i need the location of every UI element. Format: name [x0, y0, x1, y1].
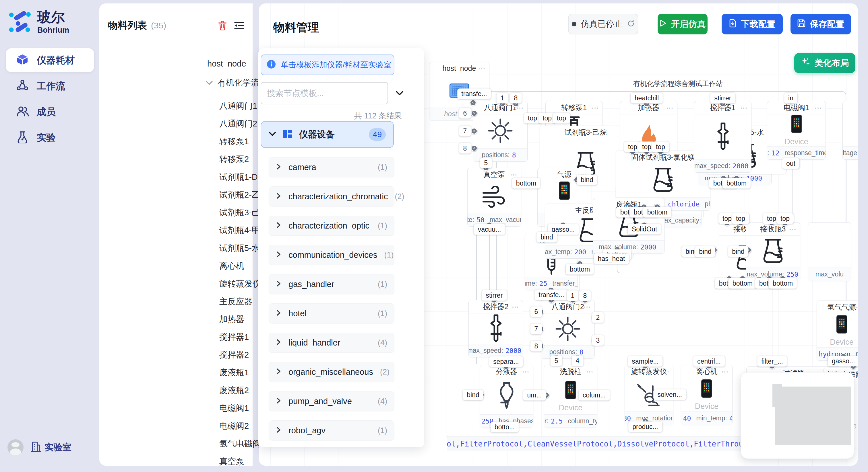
canvas-node-valve8_1[interactable]: 八通阀门1•••positions:8 — [473, 101, 528, 162]
sidebar-item-instruments[interactable]: 仪器耗材 — [6, 48, 94, 72]
port-pill-filter_[interactable]: filter_... — [757, 356, 787, 367]
tree-item[interactable]: 搅拌器1 — [219, 330, 249, 344]
port-pill-transfe[interactable]: transfe... — [534, 290, 568, 300]
port-pill-bottom[interactable]: bottom — [566, 264, 594, 275]
template-item-characterization_chromatic[interactable]: characterization_chromatic(2) — [269, 187, 394, 206]
node-menu-icon[interactable]: ••• — [666, 105, 674, 110]
canvas-node-recv3[interactable]: 接收瓶3•••max_volume:250 — [746, 222, 800, 281]
node-menu-icon[interactable]: ••• — [789, 227, 797, 231]
tree-item[interactable]: 真空泵 — [219, 454, 244, 469]
node-menu-icon[interactable]: ••• — [586, 369, 594, 374]
port-pill-bind[interactable]: bind — [577, 175, 597, 185]
tree-item[interactable]: 转移泵1 — [219, 134, 249, 149]
port-connector-icon[interactable]: < — [471, 145, 477, 151]
port-pill-out[interactable]: out — [782, 158, 799, 169]
template-item-pump_and_valve[interactable]: pump_and_valve(4) — [269, 391, 394, 411]
tree-item[interactable]: 八通阀门1 — [219, 99, 257, 113]
collapse-list-icon[interactable] — [234, 21, 244, 30]
port-pill-gasso[interactable]: gasso... — [828, 356, 858, 367]
port-pill-top[interactable]: top — [732, 213, 749, 224]
node-menu-icon[interactable]: ••• — [512, 304, 519, 309]
avatar[interactable] — [7, 439, 24, 456]
port-pill-bind[interactable]: bind — [728, 246, 748, 257]
port-pill-um[interactable]: um... — [523, 390, 546, 401]
port-pill-1[interactable]: 1 — [497, 93, 508, 103]
port-pill-4[interactable]: 4 — [572, 356, 584, 366]
port-pill-8[interactable]: 8 — [579, 291, 591, 301]
canvas-node-sol2[interactable]: voltage:12 — [842, 101, 858, 160]
port-pill-transfe[interactable]: transfe... — [457, 89, 491, 99]
port-pill-8[interactable]: 8 — [530, 341, 542, 351]
brand-logo[interactable]: 玻尔 Bohrium — [9, 10, 69, 35]
tree-item[interactable]: 主反应器 — [219, 295, 253, 309]
node-menu-icon[interactable]: ••• — [722, 369, 729, 374]
port-pill-bottom[interactable]: bottom — [512, 178, 540, 189]
tree-item-root[interactable]: host_node — [207, 57, 246, 71]
port-pill-bind[interactable]: bind — [695, 246, 715, 257]
port-pill-vacuu[interactable]: vacuu... — [474, 224, 505, 235]
port-pill-bottom[interactable]: bottom — [769, 278, 797, 289]
template-item-camera[interactable]: camera(1) — [269, 157, 394, 177]
canvas-node-stirrer2[interactable]: 搅拌器2•••max_speed:2000 — [468, 300, 523, 357]
port-pill-3[interactable]: 3 — [592, 335, 604, 346]
tree-item[interactable]: 离心机 — [219, 259, 244, 273]
port-pill-bottom[interactable]: bottom — [728, 278, 756, 289]
port-pill-bottom[interactable]: bottom — [722, 178, 751, 189]
port-connector-icon[interactable]: < — [470, 100, 476, 106]
beautify-layout-button[interactable]: 美化布局 — [794, 53, 856, 73]
port-pill-stirrer[interactable]: stirrer — [482, 290, 507, 301]
port-pill-7[interactable]: 7 — [530, 324, 542, 334]
port-pill-1[interactable]: 1 — [567, 291, 579, 301]
port-pill-bind[interactable]: bind — [536, 232, 557, 243]
port-pill-solven[interactable]: solven... — [653, 390, 686, 400]
template-item-characterization_optic[interactable]: characterization_optic(1) — [269, 216, 394, 236]
node-menu-icon[interactable]: ••• — [478, 66, 486, 71]
port-pill-in[interactable]: in — [784, 93, 797, 103]
node-menu-icon[interactable]: ••• — [592, 105, 599, 110]
port-pill-top[interactable]: top — [652, 142, 669, 152]
lab-link[interactable]: 实验室 — [30, 441, 71, 454]
minimap[interactable] — [741, 372, 854, 459]
canvas-node-vac[interactable]: 真空泵•••pump_rate:50max_vacuum:0.1 — [467, 168, 521, 227]
port-pill-2[interactable]: 2 — [592, 312, 604, 323]
port-pill-centrif[interactable]: centrif... — [693, 356, 725, 367]
tree-item[interactable]: 加热器 — [219, 312, 244, 327]
tree-item[interactable]: 旋转蒸发仪 — [219, 277, 261, 291]
tree-item[interactable]: 八通阀门2 — [219, 117, 257, 131]
canvas-node-h2gas[interactable]: 氢气气源•••Devicetype:hydrogenmax_pre — [817, 301, 858, 361]
node-menu-icon[interactable]: ••• — [662, 369, 670, 374]
node-menu-icon[interactable]: ••• — [741, 105, 748, 110]
port-pill-top[interactable]: top — [553, 113, 570, 124]
sidebar-item-members[interactable]: 成员 — [6, 100, 94, 124]
node-menu-icon[interactable]: ••• — [510, 172, 518, 177]
port-pill-botto[interactable]: botto... — [491, 422, 519, 432]
canvas-node-stirrer1[interactable]: 搅拌器1•••max_speed:2000 — [694, 101, 751, 173]
port-pill-6[interactable]: 6 — [459, 108, 471, 119]
port-pill-sample[interactable]: sample... — [628, 356, 662, 367]
tree-item[interactable]: 电磁阀2 — [219, 419, 249, 433]
node-menu-icon[interactable]: ••• — [584, 304, 591, 309]
canvas-node-centrifuge[interactable]: 离心机•••Devicemax_temp:40min_temp:4max_spe — [681, 365, 733, 425]
port-pill-8[interactable]: 8 — [459, 143, 471, 154]
canvas-node-recv4[interactable]: max_volu — [808, 222, 851, 281]
port-pill-stirrer[interactable]: stirrer — [710, 93, 735, 103]
port-pill-has_heat[interactable]: has_heat — [594, 254, 629, 264]
template-item-gas_handler[interactable]: gas_handler(1) — [269, 274, 394, 294]
port-pill-top[interactable]: top — [776, 213, 794, 224]
search-template-input[interactable] — [260, 82, 388, 104]
port-pill-heatchill[interactable]: heatchill — [631, 93, 663, 103]
port-pill-colum[interactable]: colum... — [579, 390, 610, 401]
category-instrument-devices[interactable]: 仪器设备 49 — [260, 121, 394, 148]
tree-item[interactable]: 氢气电磁阀 — [219, 437, 261, 451]
template-item-liquid_handler[interactable]: liquid_handler(4) — [269, 333, 394, 353]
port-pill-bind[interactable]: bind — [463, 390, 483, 400]
chevron-down-icon[interactable] — [396, 91, 404, 97]
canvas-node-sol1[interactable]: 电磁阀1•••Devicevoltage:12response_time:0.1 — [767, 101, 826, 160]
node-menu-icon[interactable]: ••• — [856, 305, 858, 310]
port-pill-8[interactable]: 8 — [510, 93, 522, 103]
port-pill-separa[interactable]: separa... — [489, 357, 523, 367]
node-menu-icon[interactable]: ••• — [856, 372, 858, 377]
port-pill-5[interactable]: 5 — [551, 356, 562, 366]
port-pill-SolidOut[interactable]: SolidOut — [628, 224, 661, 235]
port-connector-icon[interactable]: > — [471, 110, 477, 116]
